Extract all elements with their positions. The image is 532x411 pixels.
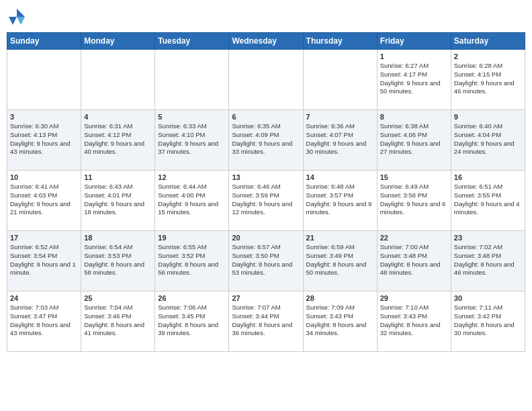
day-info: Sunrise: 6:38 AM Sunset: 4:06 PM Dayligh… bbox=[380, 122, 448, 156]
day-info: Sunrise: 6:43 AM Sunset: 4:01 PM Dayligh… bbox=[84, 183, 152, 217]
calendar-day-cell: 11Sunrise: 6:43 AM Sunset: 4:01 PM Dayli… bbox=[81, 171, 155, 231]
day-number: 15 bbox=[380, 173, 448, 181]
day-info: Sunrise: 7:03 AM Sunset: 3:47 PM Dayligh… bbox=[10, 304, 78, 338]
day-info: Sunrise: 6:30 AM Sunset: 4:13 PM Dayligh… bbox=[10, 122, 78, 156]
day-number: 3 bbox=[10, 113, 78, 121]
calendar-week-row: 1Sunrise: 6:27 AM Sunset: 4:17 PM Daylig… bbox=[7, 50, 525, 110]
day-number: 21 bbox=[306, 234, 374, 242]
day-info: Sunrise: 7:06 AM Sunset: 3:45 PM Dayligh… bbox=[158, 304, 226, 338]
day-number: 25 bbox=[84, 294, 152, 302]
logo bbox=[7, 7, 30, 27]
calendar-day-cell: 9Sunrise: 6:40 AM Sunset: 4:04 PM Daylig… bbox=[451, 110, 525, 171]
calendar-day-cell bbox=[303, 50, 377, 110]
day-number: 14 bbox=[306, 173, 374, 181]
weekday-header: Wednesday bbox=[229, 33, 303, 50]
calendar-day-cell bbox=[7, 50, 81, 110]
calendar-day-cell: 30Sunrise: 7:11 AM Sunset: 3:42 PM Dayli… bbox=[451, 291, 525, 352]
day-info: Sunrise: 6:55 AM Sunset: 3:52 PM Dayligh… bbox=[158, 243, 226, 277]
day-info: Sunrise: 6:48 AM Sunset: 3:57 PM Dayligh… bbox=[306, 183, 374, 217]
day-info: Sunrise: 6:57 AM Sunset: 3:50 PM Dayligh… bbox=[232, 243, 300, 277]
calendar-day-cell: 16Sunrise: 6:51 AM Sunset: 3:55 PM Dayli… bbox=[451, 171, 525, 231]
weekday-header: Thursday bbox=[303, 33, 377, 50]
day-number: 20 bbox=[232, 234, 300, 242]
calendar-day-cell: 6Sunrise: 6:35 AM Sunset: 4:09 PM Daylig… bbox=[229, 110, 303, 171]
calendar-day-cell: 4Sunrise: 6:31 AM Sunset: 4:12 PM Daylig… bbox=[81, 110, 155, 171]
weekday-header: Saturday bbox=[451, 33, 525, 50]
calendar-day-cell: 21Sunrise: 6:59 AM Sunset: 3:49 PM Dayli… bbox=[303, 231, 377, 291]
calendar-day-cell bbox=[229, 50, 303, 110]
day-number: 2 bbox=[454, 52, 522, 60]
day-info: Sunrise: 6:40 AM Sunset: 4:04 PM Dayligh… bbox=[454, 122, 522, 156]
day-number: 1 bbox=[380, 52, 448, 60]
calendar-day-cell: 23Sunrise: 7:02 AM Sunset: 3:48 PM Dayli… bbox=[451, 231, 525, 291]
calendar-day-cell: 13Sunrise: 6:46 AM Sunset: 3:59 PM Dayli… bbox=[229, 171, 303, 231]
calendar-week-row: 24Sunrise: 7:03 AM Sunset: 3:47 PM Dayli… bbox=[7, 291, 525, 352]
day-number: 24 bbox=[10, 294, 78, 302]
day-number: 22 bbox=[380, 234, 448, 242]
svg-marker-1 bbox=[17, 17, 25, 25]
day-info: Sunrise: 6:36 AM Sunset: 4:07 PM Dayligh… bbox=[306, 122, 374, 156]
day-number: 28 bbox=[306, 294, 374, 302]
day-info: Sunrise: 7:04 AM Sunset: 3:46 PM Dayligh… bbox=[84, 304, 152, 338]
calendar-day-cell: 3Sunrise: 6:30 AM Sunset: 4:13 PM Daylig… bbox=[7, 110, 81, 171]
day-number: 13 bbox=[232, 173, 300, 181]
day-number: 10 bbox=[10, 173, 78, 181]
calendar-week-row: 3Sunrise: 6:30 AM Sunset: 4:13 PM Daylig… bbox=[7, 110, 525, 171]
calendar-day-cell: 29Sunrise: 7:10 AM Sunset: 3:43 PM Dayli… bbox=[377, 291, 451, 352]
day-number: 23 bbox=[454, 234, 522, 242]
day-info: Sunrise: 7:00 AM Sunset: 3:48 PM Dayligh… bbox=[380, 243, 448, 277]
day-number: 19 bbox=[158, 234, 226, 242]
day-number: 4 bbox=[84, 113, 152, 121]
svg-marker-2 bbox=[9, 17, 17, 25]
calendar-day-cell: 22Sunrise: 7:00 AM Sunset: 3:48 PM Dayli… bbox=[377, 231, 451, 291]
day-number: 5 bbox=[158, 113, 226, 121]
day-info: Sunrise: 6:28 AM Sunset: 4:15 PM Dayligh… bbox=[454, 62, 522, 96]
day-info: Sunrise: 7:02 AM Sunset: 3:48 PM Dayligh… bbox=[454, 243, 522, 277]
calendar-day-cell: 17Sunrise: 6:52 AM Sunset: 3:54 PM Dayli… bbox=[7, 231, 81, 291]
day-number: 17 bbox=[10, 234, 78, 242]
day-number: 7 bbox=[306, 113, 374, 121]
day-number: 27 bbox=[232, 294, 300, 302]
weekday-header: Tuesday bbox=[155, 33, 229, 50]
day-info: Sunrise: 6:54 AM Sunset: 3:53 PM Dayligh… bbox=[84, 243, 152, 277]
calendar-day-cell: 12Sunrise: 6:44 AM Sunset: 4:00 PM Dayli… bbox=[155, 171, 229, 231]
calendar-day-cell: 8Sunrise: 6:38 AM Sunset: 4:06 PM Daylig… bbox=[377, 110, 451, 171]
calendar-day-cell: 26Sunrise: 7:06 AM Sunset: 3:45 PM Dayli… bbox=[155, 291, 229, 352]
calendar-day-cell: 2Sunrise: 6:28 AM Sunset: 4:15 PM Daylig… bbox=[451, 50, 525, 110]
day-number: 26 bbox=[158, 294, 226, 302]
calendar-day-cell: 27Sunrise: 7:07 AM Sunset: 3:44 PM Dayli… bbox=[229, 291, 303, 352]
calendar-day-cell: 24Sunrise: 7:03 AM Sunset: 3:47 PM Dayli… bbox=[7, 291, 81, 352]
day-info: Sunrise: 6:52 AM Sunset: 3:54 PM Dayligh… bbox=[10, 243, 78, 277]
day-number: 6 bbox=[232, 113, 300, 121]
weekday-header: Monday bbox=[81, 33, 155, 50]
day-info: Sunrise: 7:10 AM Sunset: 3:43 PM Dayligh… bbox=[380, 304, 448, 338]
calendar-day-cell: 15Sunrise: 6:49 AM Sunset: 3:56 PM Dayli… bbox=[377, 171, 451, 231]
calendar-week-row: 17Sunrise: 6:52 AM Sunset: 3:54 PM Dayli… bbox=[7, 231, 525, 291]
calendar-day-cell bbox=[155, 50, 229, 110]
day-info: Sunrise: 6:49 AM Sunset: 3:56 PM Dayligh… bbox=[380, 183, 448, 217]
day-number: 8 bbox=[380, 113, 448, 121]
day-number: 11 bbox=[84, 173, 152, 181]
day-info: Sunrise: 6:44 AM Sunset: 4:00 PM Dayligh… bbox=[158, 183, 226, 217]
calendar-week-row: 10Sunrise: 6:41 AM Sunset: 4:03 PM Dayli… bbox=[7, 171, 525, 231]
logo-icon bbox=[7, 7, 27, 27]
calendar: SundayMondayTuesdayWednesdayThursdayFrid… bbox=[7, 32, 525, 352]
calendar-day-cell: 5Sunrise: 6:33 AM Sunset: 4:10 PM Daylig… bbox=[155, 110, 229, 171]
day-number: 29 bbox=[380, 294, 448, 302]
calendar-day-cell: 10Sunrise: 6:41 AM Sunset: 4:03 PM Dayli… bbox=[7, 171, 81, 231]
calendar-day-cell: 20Sunrise: 6:57 AM Sunset: 3:50 PM Dayli… bbox=[229, 231, 303, 291]
calendar-day-cell: 7Sunrise: 6:36 AM Sunset: 4:07 PM Daylig… bbox=[303, 110, 377, 171]
day-info: Sunrise: 7:09 AM Sunset: 3:43 PM Dayligh… bbox=[306, 304, 374, 338]
day-info: Sunrise: 6:33 AM Sunset: 4:10 PM Dayligh… bbox=[158, 122, 226, 156]
day-number: 9 bbox=[454, 113, 522, 121]
day-number: 16 bbox=[454, 173, 522, 181]
day-info: Sunrise: 6:41 AM Sunset: 4:03 PM Dayligh… bbox=[10, 183, 78, 217]
calendar-day-cell: 19Sunrise: 6:55 AM Sunset: 3:52 PM Dayli… bbox=[155, 231, 229, 291]
calendar-day-cell bbox=[81, 50, 155, 110]
day-info: Sunrise: 6:46 AM Sunset: 3:59 PM Dayligh… bbox=[232, 183, 300, 217]
day-info: Sunrise: 7:07 AM Sunset: 3:44 PM Dayligh… bbox=[232, 304, 300, 338]
calendar-day-cell: 18Sunrise: 6:54 AM Sunset: 3:53 PM Dayli… bbox=[81, 231, 155, 291]
calendar-day-cell: 25Sunrise: 7:04 AM Sunset: 3:46 PM Dayli… bbox=[81, 291, 155, 352]
weekday-header: Sunday bbox=[7, 33, 81, 50]
page-header bbox=[7, 7, 525, 27]
